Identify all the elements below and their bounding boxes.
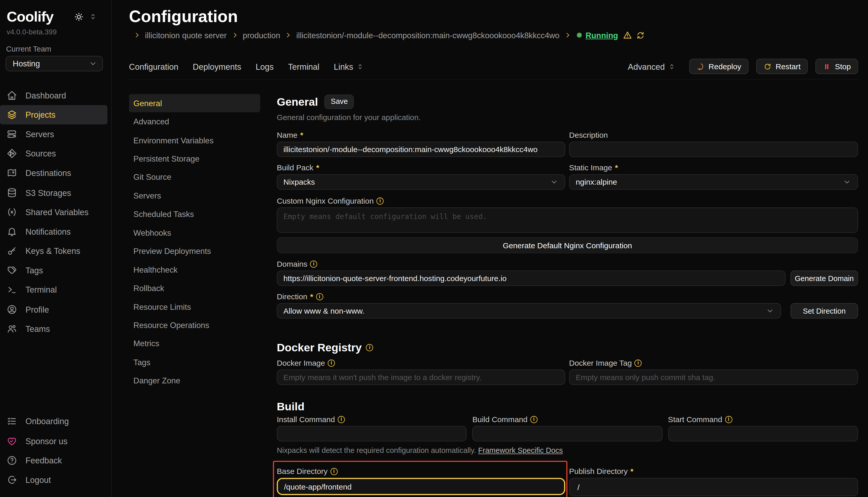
action-button[interactable]: Redeploy — [689, 59, 748, 74]
refresh-icon[interactable] — [636, 31, 645, 40]
info-icon[interactable] — [530, 416, 537, 423]
sidebar-item[interactable]: Projects — [0, 105, 107, 124]
section-heading-general: General — [277, 95, 318, 108]
users-icon — [7, 323, 17, 334]
breadcrumb-item[interactable]: production — [226, 31, 280, 40]
team-select[interactable]: Hosting — [6, 56, 103, 71]
docker-image-input[interactable] — [277, 370, 565, 385]
subnav-item[interactable]: Danger Zone — [129, 371, 260, 390]
breadcrumb-item[interactable]: illicitestonion/-module--decomposition:m… — [280, 31, 560, 40]
sidebar-item-label: Dashboard — [25, 90, 66, 100]
generate-nginx-button[interactable]: Generate Default Nginx Configuration — [277, 237, 858, 253]
subnav-item[interactable]: Environment Variables — [129, 131, 260, 150]
sidebar-item[interactable]: Onboarding — [0, 412, 107, 431]
install-command-input[interactable] — [277, 426, 467, 441]
sidebar-item[interactable]: Sponsor us — [0, 431, 107, 451]
sidebar-item[interactable]: Logout — [0, 470, 107, 489]
static-image-select[interactable]: nginx:alpine — [569, 174, 858, 189]
team-select-value: Hosting — [13, 59, 40, 68]
info-icon[interactable] — [725, 416, 732, 423]
tab[interactable]: Links — [334, 61, 364, 71]
docker-image-label: Docker Image — [277, 358, 325, 368]
sidebar-item-label: Terminal — [25, 285, 57, 295]
sidebar-item[interactable]: Keys & Tokens — [0, 241, 107, 260]
subnav-item[interactable]: Resource Limits — [129, 297, 260, 316]
info-icon[interactable] — [366, 344, 373, 351]
domains-input[interactable] — [277, 271, 785, 286]
generate-domain-button[interactable]: Generate Domain — [790, 271, 858, 286]
name-input[interactable] — [277, 142, 565, 157]
tab[interactable]: Configuration — [129, 61, 178, 71]
sidebar-item[interactable]: Dashboard — [0, 85, 107, 105]
warning-icon[interactable] — [622, 30, 632, 40]
sidebar-item[interactable]: Profile — [0, 300, 107, 319]
subnav-item[interactable]: Tags — [129, 353, 260, 371]
advanced-menu[interactable]: Advanced — [628, 61, 675, 71]
description-input[interactable] — [569, 142, 858, 157]
tab[interactable]: Logs — [256, 61, 274, 71]
general-form: General Save General configuration for y… — [277, 94, 858, 497]
subnav-item[interactable]: Preview Deployments — [129, 242, 260, 260]
set-direction-button[interactable]: Set Direction — [790, 303, 858, 318]
tab[interactable]: Terminal — [288, 61, 319, 71]
subnav-item[interactable]: Persistent Storage — [129, 150, 260, 168]
publish-directory-input[interactable] — [569, 478, 858, 496]
subnav-item-label: Webhooks — [134, 228, 171, 237]
info-icon[interactable] — [330, 468, 337, 475]
custom-nginx-textarea[interactable] — [277, 208, 858, 233]
direction-select[interactable]: Allow www & non-www. — [277, 303, 781, 318]
tab[interactable]: Deployments — [193, 61, 241, 71]
sidebar-item[interactable]: Destinations — [0, 164, 107, 183]
info-icon[interactable] — [338, 416, 345, 423]
sidebar-item[interactable]: Tags — [0, 260, 107, 280]
sidebar-item[interactable]: Servers — [0, 124, 107, 144]
tab-label: Links — [334, 61, 354, 71]
breadcrumb-item[interactable]: illicitonion quote server — [129, 31, 227, 40]
action-button[interactable]: Restart — [756, 59, 808, 74]
info-icon[interactable] — [635, 359, 642, 367]
theme-sun-icon[interactable] — [74, 11, 84, 22]
subnav-item[interactable]: Resource Operations — [129, 316, 260, 335]
sidebar-item-label: Servers — [25, 129, 54, 139]
build-pack-select[interactable]: Nixpacks — [277, 174, 565, 189]
sidebar-item[interactable]: Terminal — [0, 280, 107, 300]
info-icon[interactable] — [376, 197, 384, 204]
docker-image-tag-input[interactable] — [569, 370, 858, 385]
chevron-down-icon — [550, 178, 559, 186]
sidebar-item[interactable]: Teams — [0, 319, 107, 339]
build-pack-label: Build Pack — [277, 163, 313, 172]
status-running-link[interactable]: Running — [585, 31, 618, 40]
config-subnav: General Advanced Environment Variables P… — [129, 94, 260, 497]
sidebar-item[interactable]: S3 Storages — [0, 183, 107, 202]
base-directory-field: Base Directory — [277, 466, 565, 496]
breadcrumb-item-label: illicitestonion/-module--decomposition:m… — [296, 31, 560, 40]
subnav-item[interactable]: Advanced — [129, 113, 260, 131]
subnav-item[interactable]: Healthcheck — [129, 260, 260, 279]
info-icon[interactable] — [316, 293, 323, 300]
subnav-item-label: Danger Zone — [134, 376, 180, 385]
current-team-label: Current Team — [0, 45, 111, 53]
page-title: Configuration — [129, 7, 858, 27]
base-directory-input[interactable] — [277, 478, 565, 495]
subnav-item[interactable]: Rollback — [129, 279, 260, 297]
sidebar-item[interactable]: Shared Variables — [0, 202, 107, 222]
subnav-item[interactable]: Metrics — [129, 335, 260, 353]
save-button[interactable]: Save — [325, 94, 354, 109]
framework-docs-link[interactable]: Framework Specific Docs — [478, 446, 563, 455]
subnav-item[interactable]: Scheduled Tasks — [129, 205, 260, 223]
start-command-input[interactable] — [668, 426, 858, 441]
info-icon[interactable] — [328, 359, 335, 367]
sidebar-item[interactable]: Notifications — [0, 222, 107, 241]
subnav-item[interactable]: Servers — [129, 186, 260, 205]
sidebar-item[interactable]: Sources — [0, 144, 107, 164]
action-button[interactable]: Stop — [816, 59, 858, 74]
subnav-item[interactable]: Git Source — [129, 168, 260, 186]
subnav-item[interactable]: General — [129, 94, 260, 113]
sidebar-item[interactable]: Feedback — [0, 451, 107, 470]
sidebar-bottom-nav: Onboarding Sponsor us Feedback Logout — [0, 412, 111, 489]
layers-icon — [7, 110, 17, 120]
build-command-input[interactable] — [472, 426, 662, 441]
subnav-item[interactable]: Webhooks — [129, 224, 260, 242]
theme-selector-icon[interactable] — [89, 13, 97, 20]
info-icon[interactable] — [310, 260, 317, 268]
